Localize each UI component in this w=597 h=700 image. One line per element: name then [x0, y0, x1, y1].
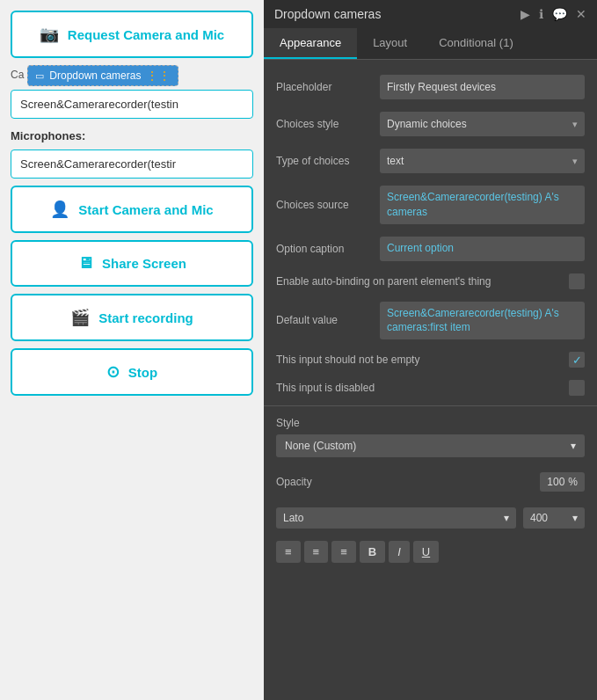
style-section-label: Style — [264, 410, 597, 433]
header-icons: ▶ ℹ 💬 ✕ — [521, 7, 586, 21]
share-screen-icon: 🖥 — [77, 254, 93, 273]
tabs-bar: Appearance Layout Conditional (1) — [264, 28, 597, 60]
share-screen-button[interactable]: 🖥 Share Screen — [11, 240, 253, 287]
disabled-row: This input is disabled — [264, 374, 597, 402]
default-value-value[interactable]: Screen&Camerarecorder(testing) A's camer… — [380, 302, 585, 340]
type-of-choices-row: Type of choices text ▾ — [264, 142, 597, 179]
choices-style-arrow: ▾ — [572, 119, 578, 130]
opacity-row: Opacity 100 % — [264, 466, 597, 498]
choices-source-row: Choices source Screen&Camerarecorder(tes… — [264, 179, 597, 230]
divider-1 — [264, 405, 597, 406]
not-empty-checkbox[interactable]: ✓ — [569, 352, 585, 368]
font-row: Lato ▾ 400 ▾ — [264, 501, 597, 535]
auto-binding-checkbox[interactable] — [569, 273, 585, 289]
close-icon[interactable]: ✕ — [576, 7, 586, 21]
play-icon[interactable]: ▶ — [521, 7, 530, 21]
placeholder-value[interactable]: Firstly Request devices — [380, 75, 585, 99]
tab-conditional[interactable]: Conditional (1) — [423, 28, 529, 59]
align-right-btn[interactable]: ≡ — [331, 541, 356, 563]
input-box-2[interactable]: Screen&Camerarecorder(testir — [11, 149, 253, 179]
start-recording-button[interactable]: 🎬 Start recording — [11, 294, 253, 341]
tab-layout[interactable]: Layout — [357, 28, 423, 59]
font-family-select[interactable]: Lato ▾ — [276, 507, 516, 529]
type-of-choices-value[interactable]: text ▾ — [380, 149, 585, 173]
right-panel: Dropdown cameras ▶ ℹ 💬 ✕ Appearance Layo… — [264, 0, 597, 700]
chat-icon[interactable]: 💬 — [552, 7, 567, 21]
start-camera-mic-button[interactable]: 👤 Start Camera and Mic — [11, 186, 253, 233]
stop-icon: ⊙ — [106, 362, 120, 382]
panel-title: Dropdown cameras — [274, 7, 381, 21]
align-center-btn[interactable]: ≡ — [304, 541, 329, 563]
placeholder-row: Placeholder Firstly Request devices — [264, 69, 597, 106]
left-panel: 📷 Request Camera and Mic Ca ▭ Dropdown c… — [0, 0, 264, 700]
element-chip[interactable]: ▭ Dropdown cameras ⋮⋮ — [27, 65, 178, 86]
font-weight-arrow: ▾ — [572, 512, 578, 524]
request-camera-mic-button[interactable]: 📷 Request Camera and Mic — [11, 11, 253, 58]
panel-header: Dropdown cameras ▶ ℹ 💬 ✕ — [264, 0, 597, 28]
not-empty-row: This input should not be empty ✓ — [264, 346, 597, 374]
info-icon[interactable]: ℹ — [539, 7, 543, 21]
selected-element-area: Ca ▭ Dropdown cameras ⋮⋮ Screen&Camerare… — [11, 65, 253, 119]
auto-binding-row: Enable auto-binding on parent element's … — [264, 267, 597, 295]
stop-button[interactable]: ⊙ Stop — [11, 348, 253, 396]
tab-appearance[interactable]: Appearance — [264, 28, 357, 59]
font-family-arrow: ▾ — [504, 512, 509, 524]
type-arrow: ▾ — [572, 156, 578, 167]
default-value-row: Default value Screen&Camerarecorder(test… — [264, 295, 597, 346]
choices-style-value[interactable]: Dynamic choices ▾ — [380, 112, 585, 136]
style-arrow: ▾ — [571, 440, 576, 452]
choices-style-row: Choices style Dynamic choices ▾ — [264, 106, 597, 142]
disabled-checkbox[interactable] — [569, 380, 585, 396]
italic-btn[interactable]: I — [389, 541, 410, 563]
alignment-row: ≡ ≡ ≡ B I U — [264, 535, 597, 569]
style-dropdown[interactable]: None (Custom) ▾ — [276, 434, 585, 457]
bold-btn[interactable]: B — [360, 541, 385, 563]
start-camera-icon: 👤 — [50, 200, 69, 219]
option-caption-row: Option caption Current option — [264, 230, 597, 267]
panel-content: Placeholder Firstly Request devices Choi… — [264, 60, 597, 700]
recording-icon: 🎬 — [70, 308, 90, 327]
chip-dropdown-icon: ▭ — [35, 70, 44, 82]
dots-icon: ⋮⋮ — [146, 69, 171, 83]
microphones-label: Microphones: — [11, 129, 253, 142]
input-box-1[interactable]: Screen&Camerarecorder(testin — [11, 90, 253, 119]
align-left-btn[interactable]: ≡ — [276, 541, 301, 563]
camera-mic-icon: 📷 — [40, 25, 59, 44]
option-caption-value[interactable]: Current option — [380, 237, 585, 261]
underline-btn[interactable]: U — [413, 541, 439, 563]
opacity-value[interactable]: 100 % — [540, 472, 585, 492]
font-weight-select[interactable]: 400 ▾ — [523, 507, 585, 529]
choices-source-value[interactable]: Screen&Camerarecorder(testing) A's camer… — [380, 186, 585, 224]
